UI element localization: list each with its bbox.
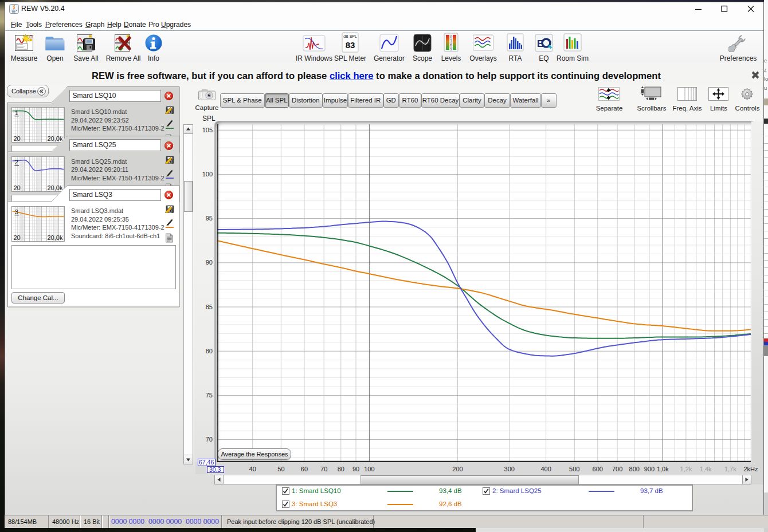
svg-text:2: 2: [15, 158, 18, 165]
svg-text:6: 6: [450, 43, 452, 47]
svg-text:3: 3: [15, 207, 18, 215]
svg-text:3: 3: [450, 39, 452, 43]
svg-text:20: 20: [13, 234, 20, 241]
svg-text:1: 1: [15, 108, 18, 116]
svg-text:20,0k: 20,0k: [47, 234, 63, 241]
svg-text:9: 9: [450, 47, 452, 51]
svg-text:0: 0: [450, 35, 452, 39]
svg-text:dB SPL: dB SPL: [343, 34, 357, 38]
svg-text:83: 83: [346, 40, 355, 50]
